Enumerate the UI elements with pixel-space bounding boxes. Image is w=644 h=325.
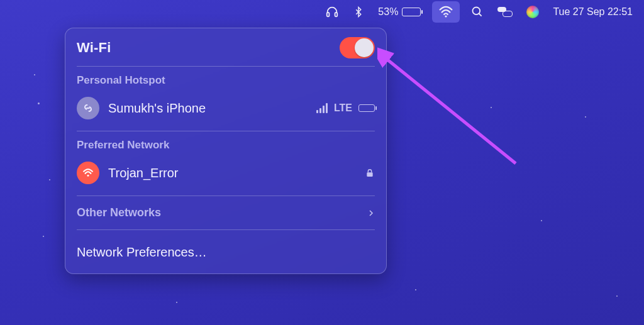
- preferred-network-name: Trojan_Error: [108, 166, 179, 180]
- control-center-icon[interactable]: [495, 0, 515, 24]
- bluetooth-icon[interactable]: [350, 0, 367, 24]
- datetime-label: Tue 27 Sep 22:51: [553, 6, 633, 18]
- spotlight-search-icon[interactable]: [469, 0, 486, 24]
- svg-line-8: [384, 57, 516, 163]
- audio-output-icon[interactable]: [323, 0, 341, 24]
- wifi-icon: [438, 6, 453, 18]
- hotspot-name: Sumukh's iPhone: [108, 101, 206, 116]
- hotspot-section-label: Personal Hotspot: [77, 74, 375, 87]
- other-networks-row[interactable]: Other Networks: [77, 204, 375, 222]
- siri-icon[interactable]: [524, 0, 541, 24]
- hotspot-battery-icon: [358, 104, 375, 112]
- svg-rect-0: [327, 13, 330, 16]
- wifi-network-icon: [77, 162, 99, 184]
- battery-status[interactable]: 53%: [375, 0, 423, 24]
- signal-bars-icon: [316, 103, 328, 113]
- battery-percent-label: 53%: [378, 6, 398, 18]
- svg-point-2: [445, 15, 447, 17]
- preferred-section-label: Preferred Network: [77, 139, 375, 151]
- network-preferences-label: Network Preferences…: [77, 245, 207, 260]
- battery-icon: [402, 8, 421, 16]
- annotation-arrow: [377, 44, 522, 170]
- wifi-title: Wi-Fi: [77, 40, 111, 56]
- preferred-network-row[interactable]: Trojan_Error: [77, 158, 375, 188]
- svg-point-3: [473, 8, 480, 15]
- lock-icon: [365, 167, 375, 179]
- wifi-toggle[interactable]: [340, 37, 375, 58]
- chevron-right-icon: [367, 207, 375, 219]
- wifi-panel: Wi-Fi Personal Hotspot Sumukh's iPhone L…: [65, 28, 387, 274]
- signal-type-label: LTE: [334, 102, 352, 114]
- toggle-knob: [355, 38, 374, 57]
- hotspot-row[interactable]: Sumukh's iPhone LTE: [77, 93, 375, 123]
- svg-point-6: [87, 175, 89, 177]
- menubar: 53% Tue 27 Sep 22:51: [0, 0, 644, 24]
- hotspot-icon: [77, 97, 99, 119]
- svg-rect-7: [367, 172, 372, 177]
- network-preferences-row[interactable]: Network Preferences…: [77, 238, 375, 262]
- clock-datetime[interactable]: Tue 27 Sep 22:51: [550, 0, 635, 24]
- svg-rect-1: [335, 13, 338, 16]
- wifi-menubar-button[interactable]: [432, 1, 460, 23]
- other-networks-label: Other Networks: [77, 206, 161, 219]
- svg-line-4: [479, 14, 482, 16]
